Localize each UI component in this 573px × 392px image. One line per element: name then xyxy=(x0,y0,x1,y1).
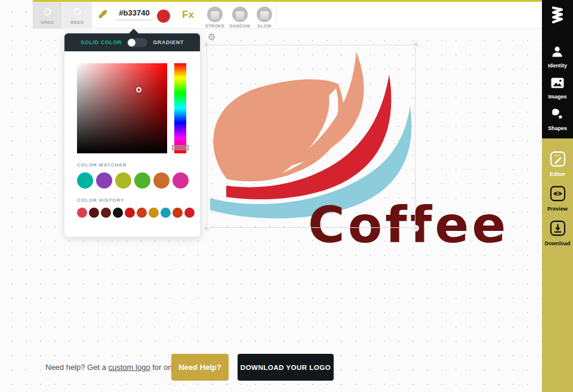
color-history-label: COLOR HISTORY xyxy=(77,197,200,203)
toggle-knob xyxy=(128,39,135,47)
stroke-effect-button[interactable]: STROKE xyxy=(203,7,227,28)
tab-gradient[interactable]: GRADIENT xyxy=(153,39,184,45)
preview-eye-icon xyxy=(550,186,566,204)
shadow-effect-icon xyxy=(232,7,248,22)
color-swatch[interactable] xyxy=(161,208,171,218)
resize-handle-top-left[interactable] xyxy=(203,41,210,48)
color-swatch[interactable] xyxy=(113,208,123,218)
color-matcher-swatches xyxy=(77,172,200,189)
undo-label: UNDO xyxy=(41,20,54,24)
color-matcher-label: COLOR MATCHER xyxy=(77,162,200,168)
tab-solid-color[interactable]: SOLID COLOR xyxy=(81,39,122,45)
images-icon xyxy=(550,76,565,92)
current-color-swatch[interactable] xyxy=(157,10,170,23)
color-swatch[interactable] xyxy=(125,208,135,218)
color-swatch[interactable] xyxy=(77,208,87,218)
undo-icon xyxy=(42,7,53,19)
color-swatch[interactable] xyxy=(149,208,159,218)
color-swatch[interactable] xyxy=(134,172,150,189)
hex-color-input[interactable]: #b33740 xyxy=(116,8,152,20)
popover-arrow xyxy=(129,29,138,33)
saturation-brightness-picker[interactable] xyxy=(77,63,167,153)
color-swatch[interactable] xyxy=(101,208,111,218)
redo-icon xyxy=(72,7,82,19)
right-sidebar: Identity Images Shapes Editor Preview xyxy=(542,0,573,392)
identity-icon xyxy=(550,45,564,61)
color-history-swatches xyxy=(77,208,200,218)
help-text-prefix: Need help? Get a xyxy=(45,363,109,372)
resize-handle-top-right[interactable] xyxy=(412,41,419,48)
sidebar-item-shapes[interactable]: Shapes xyxy=(548,107,567,131)
hue-slider[interactable] xyxy=(174,63,186,153)
sidebar-item-identity[interactable]: Identity xyxy=(548,45,567,69)
fx-effects-label: Fx xyxy=(182,9,194,21)
color-mode-header: SOLID COLOR GRADIENT xyxy=(64,33,200,51)
download-arrow-icon xyxy=(550,220,566,239)
hue-slider-handle[interactable] xyxy=(172,145,189,150)
sidebar-item-images[interactable]: Images xyxy=(548,76,566,100)
color-swatch[interactable] xyxy=(137,208,147,218)
color-swatch[interactable] xyxy=(115,172,131,189)
editor-icon xyxy=(550,151,566,169)
color-swatch[interactable] xyxy=(172,208,183,218)
color-cursor[interactable] xyxy=(136,87,141,92)
toolbar-divider xyxy=(276,5,276,26)
color-swatch[interactable] xyxy=(184,208,195,218)
redo-label: REDO xyxy=(70,20,84,24)
sidebar-top-section: Identity Images Shapes xyxy=(542,0,573,138)
sidebar-item-download[interactable]: Download xyxy=(545,220,571,246)
selection-box[interactable] xyxy=(207,45,415,228)
shapes-icon xyxy=(550,107,565,124)
undo-button[interactable]: UNDO xyxy=(33,2,62,29)
redo-button[interactable]: REDO xyxy=(63,2,92,29)
app-logo-icon[interactable] xyxy=(550,5,565,27)
color-swatch[interactable] xyxy=(77,172,93,189)
solid-gradient-toggle[interactable] xyxy=(127,38,147,47)
resize-handle-bottom-right[interactable] xyxy=(412,225,419,232)
need-help-button[interactable]: Need Help? xyxy=(171,354,229,381)
eyedropper-icon[interactable] xyxy=(97,9,108,20)
glow-effect-icon xyxy=(257,7,272,22)
color-swatch[interactable] xyxy=(172,172,189,189)
custom-logo-link[interactable]: custom logo xyxy=(109,363,150,372)
sidebar-item-editor[interactable]: Editor xyxy=(550,151,566,177)
color-swatch[interactable] xyxy=(153,172,170,189)
glow-effect-button[interactable]: GLOW xyxy=(252,7,276,28)
color-swatch[interactable] xyxy=(96,172,112,189)
resize-handle-bottom-left[interactable] xyxy=(203,225,210,232)
sidebar-bottom-section: Editor Preview Download xyxy=(542,138,573,392)
download-your-logo-button[interactable]: DOWNLOAD YOUR LOGO xyxy=(238,354,334,381)
color-picker-panel: SOLID COLOR GRADIENT COLOR MATCHER COLOR… xyxy=(64,33,201,237)
color-swatch[interactable] xyxy=(89,208,99,218)
stroke-effect-icon xyxy=(207,7,223,22)
toolbar: UNDO REDO #b33740 Fx STROKE SHADOW GLOW xyxy=(33,2,542,29)
shadow-effect-button[interactable]: SHADOW xyxy=(228,7,252,28)
sidebar-item-preview[interactable]: Preview xyxy=(547,186,568,212)
